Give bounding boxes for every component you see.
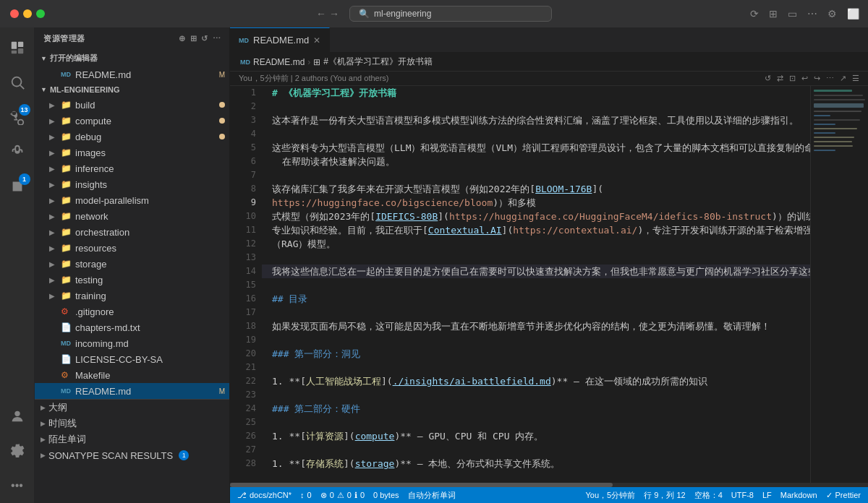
- redo-icon[interactable]: ↪: [814, 74, 820, 83]
- folder-icon: 📁: [61, 116, 72, 126]
- breadcrumb-file[interactable]: README.md: [253, 57, 305, 67]
- panel-icon[interactable]: ⬜: [847, 8, 859, 20]
- activity-debug[interactable]: [0, 134, 35, 169]
- activity-more[interactable]: •••: [0, 468, 35, 503]
- sync-icon[interactable]: ⇄: [777, 74, 783, 83]
- settings-icon[interactable]: ☰: [852, 74, 859, 83]
- encoding-label: UTF-8: [731, 491, 754, 499]
- chevron-right-icon: ▶: [41, 420, 46, 427]
- folder-model-parallelism[interactable]: ▶ 📁 model-parallelism: [35, 192, 229, 208]
- folder-build[interactable]: ▶ 📁 build: [35, 97, 229, 113]
- info-count: 0: [360, 491, 365, 499]
- refresh-icon[interactable]: ↺: [201, 34, 208, 43]
- branch-item[interactable]: ⎇ docs/zhCN*: [237, 491, 292, 500]
- more-icon[interactable]: ⋯: [807, 8, 817, 20]
- breadcrumb-sep: ›: [307, 57, 310, 67]
- activity-search[interactable]: [0, 65, 35, 100]
- activity-accounts[interactable]: [0, 399, 35, 434]
- prettier-item[interactable]: ✓ Prettier: [826, 491, 861, 500]
- copy-icon[interactable]: ⊡: [789, 74, 796, 83]
- outline-section[interactable]: ▶ 大纲: [35, 400, 229, 416]
- svg-line-5: [20, 85, 24, 89]
- svg-rect-0: [11, 42, 16, 49]
- language-item[interactable]: Markdown: [780, 491, 817, 499]
- back-arrow[interactable]: ←: [316, 8, 326, 20]
- history-icon[interactable]: ↺: [765, 74, 771, 83]
- search-icon: 🔍: [359, 9, 370, 19]
- code-content[interactable]: # 《机器学习工程》开放书籍 这本著作是一份有关大型语言模型和多模式模型训练方法…: [262, 86, 810, 483]
- activity-extensions[interactable]: 1: [0, 169, 35, 204]
- file-incoming[interactable]: MD incoming.md: [35, 335, 229, 351]
- more-icon[interactable]: ⋯: [826, 74, 834, 83]
- error-count: 0: [330, 491, 334, 499]
- more-icon[interactable]: ⋯: [213, 34, 221, 43]
- layout-icon[interactable]: ▭: [788, 8, 797, 20]
- search-bar[interactable]: 🔍 ml-engineering: [349, 6, 552, 22]
- share-icon[interactable]: ↗: [840, 74, 846, 83]
- folder-icon: 📁: [61, 211, 72, 221]
- maximize-dot[interactable]: [36, 9, 45, 18]
- cursor-item[interactable]: 行 9，列 12: [644, 490, 685, 501]
- errors-item[interactable]: ⊗ 0 ⚠ 0 ℹ 0: [320, 491, 365, 500]
- folder-resources[interactable]: ▶ 📁 resources: [35, 240, 229, 256]
- folder-orchestration[interactable]: ▶ 📁 orchestration: [35, 224, 229, 240]
- folder-inference[interactable]: ▶ 📁 inference: [35, 160, 229, 176]
- activity-settings[interactable]: [0, 434, 35, 468]
- file-makefile[interactable]: ⚙ Makefile: [35, 367, 229, 383]
- folder-compute[interactable]: ▶ 📁 compute: [35, 113, 229, 129]
- sonatype-label: SONATYPE SCAN RESULTS: [48, 450, 173, 461]
- sync-item[interactable]: ↕ 0: [300, 491, 312, 499]
- folder-label: insights: [75, 179, 229, 190]
- svg-rect-3: [11, 51, 16, 54]
- folder-label: testing: [75, 275, 229, 285]
- close-dot[interactable]: [10, 9, 19, 18]
- folder-training[interactable]: ▶ 📁 training: [35, 288, 229, 304]
- tab-readme[interactable]: MD README.md ✕: [230, 27, 330, 53]
- modified-badge: M: [219, 387, 225, 395]
- scrollbar-thumb[interactable]: [230, 483, 613, 487]
- file-chapters[interactable]: 📄 chapters-md.txt: [35, 319, 229, 335]
- line-num: 12: [236, 237, 256, 251]
- project-header[interactable]: ▼ ML-ENGINEERING: [35, 82, 229, 97]
- author-item[interactable]: You，5分钟前: [585, 490, 635, 501]
- settings-icon[interactable]: ⚙: [827, 8, 837, 20]
- sonatype-section[interactable]: ▶ SONATYPE SCAN RESULTS 1: [35, 447, 229, 463]
- folder-debug[interactable]: ▶ 📁 debug: [35, 129, 229, 145]
- folder-images[interactable]: ▶ 📁 images: [35, 145, 229, 160]
- folder-testing[interactable]: ▶ 📁 testing: [35, 272, 229, 288]
- file-license[interactable]: 📄 LICENSE-CC-BY-SA: [35, 351, 229, 367]
- tab-close-button[interactable]: ✕: [313, 35, 320, 46]
- new-file-icon[interactable]: ⊕: [179, 34, 186, 43]
- timeline-section[interactable]: ▶ 时间线: [35, 416, 229, 431]
- folder-network[interactable]: ▶ 📁 network: [35, 208, 229, 224]
- encoding-item[interactable]: UTF-8: [731, 491, 754, 499]
- breadcrumb-symbol[interactable]: #《机器学习工程》开放书籍: [323, 56, 433, 68]
- activity-scm[interactable]: 13: [0, 100, 35, 134]
- line-ending-item[interactable]: LF: [762, 491, 772, 499]
- line-ending-label: LF: [762, 491, 772, 499]
- chevron-right-icon: ▶: [49, 276, 61, 284]
- filesize-item[interactable]: 0 bytes: [373, 491, 399, 499]
- undo-icon[interactable]: ↩: [801, 74, 808, 83]
- forward-arrow[interactable]: →: [329, 8, 339, 20]
- open-file-readme[interactable]: MD README.md M: [35, 66, 229, 82]
- split-icon[interactable]: ⊞: [769, 8, 778, 20]
- analysis-item[interactable]: 自动分析单词: [408, 490, 456, 501]
- new-folder-icon[interactable]: ⊞: [190, 34, 197, 43]
- spaces-item[interactable]: 空格：4: [694, 490, 723, 501]
- vocabulary-section[interactable]: ▶ 陌生单词: [35, 431, 229, 447]
- open-editors-header[interactable]: ▼ 打开的编辑器: [35, 50, 229, 66]
- branch-label: docs/zhCN*: [250, 491, 292, 499]
- horizontal-scrollbar[interactable]: [230, 483, 868, 487]
- history-icon[interactable]: ⟳: [750, 8, 759, 20]
- folder-storage[interactable]: ▶ 📁 storage: [35, 256, 229, 272]
- activity-explorer[interactable]: [0, 30, 35, 65]
- folder-insights[interactable]: ▶ 📁 insights: [35, 176, 229, 192]
- folder-label: resources: [75, 243, 229, 254]
- file-gitignore[interactable]: ⚙ .gitignore: [35, 304, 229, 319]
- info-icon: ℹ: [354, 491, 357, 500]
- minimize-dot[interactable]: [23, 9, 32, 18]
- line-num: 19: [236, 333, 256, 347]
- text-content: 这些资料专为大型语言模型（LLM）和视觉语言模型（VLM）培训工程师和管理员设计…: [272, 141, 810, 155]
- file-readme[interactable]: MD README.md M: [35, 383, 229, 399]
